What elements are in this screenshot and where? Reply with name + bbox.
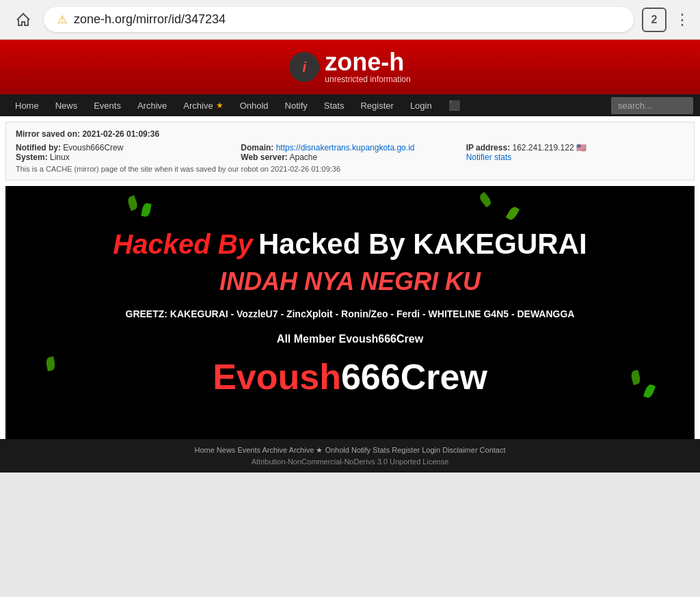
crew-name-white: 666Crew [341,357,487,397]
hacked-subtitle: INDAH NYA NEGRI KU [219,267,481,296]
footer-links: Home News Events Archive Archive ★ Onhol… [7,446,693,455]
webserver-value: Apache [289,152,317,162]
nav-login[interactable]: Login [402,95,440,116]
ip-label: IP address: [466,143,510,152]
rss-icon[interactable]: ⬛ [440,94,468,116]
webserver-label: Web server: [241,152,287,162]
nav-notify[interactable]: Notify [277,95,316,116]
hacked-content: Hacked By Hacked By KAKEGURAI INDAH NYA … [5,186,695,439]
domain-value[interactable]: https://disnakertrans.kupangkota.go.id [276,143,415,152]
logo-sub-text: unrestricted information [325,75,410,84]
nav-events[interactable]: Events [85,95,129,116]
crew-name: Evoush666Crew [213,356,487,397]
notified-label: Notified by: [16,143,61,152]
mirror-saved-line: Mirror saved on: 2021-02-26 01:09:36 [16,129,684,139]
leaf-decoration [141,202,151,217]
nav-news[interactable]: News [47,95,86,116]
nav-onhold[interactable]: Onhold [232,95,277,116]
leaf-decoration [506,205,520,221]
notified-value: Evoush666Crew [63,143,123,152]
tab-count[interactable]: 2 [642,8,667,32]
nav-archive-star[interactable]: Archive ★ [175,95,231,116]
all-member-line: All Member Evoush666Crew [277,333,423,345]
greetz-line: GREETZ: KAKEGURAI - VozzleU7 - ZincXploi… [126,308,575,319]
search-input[interactable] [611,97,693,114]
hacked-title-line: Hacked By Hacked By KAKEGURAI [113,228,587,261]
nav-home[interactable]: Home [7,95,47,116]
nav-archive[interactable]: Archive [129,95,175,116]
site-logo: i zone-h unrestricted information [289,50,410,84]
star-icon: ★ [216,101,224,110]
url-text: zone-h.org/mirror/id/347234 [74,12,226,27]
nav-stats[interactable]: Stats [316,95,353,116]
logo-main-text: zone-h [325,50,410,75]
hacked-white-text: Hacked By KAKEGURAI [258,228,587,261]
leaf-decoration [45,356,55,371]
cache-note: This is a CACHE (mirror) page of the sit… [16,165,684,173]
mirror-saved-label: Mirror saved on: [16,129,80,139]
leaf-decoration [643,384,656,399]
address-bar[interactable]: ⚠ zone-h.org/mirror/id/347234 [44,7,634,32]
system-label: System: [16,152,48,162]
info-grid: Notified by: Evoush666Crew System: Linux… [16,143,684,162]
mirror-saved-date: 2021-02-26 01:09:36 [82,129,159,139]
leaf-decoration [126,196,139,211]
site-header: i zone-h unrestricted information [0,40,700,94]
system-value: Linux [50,152,70,162]
crew-name-red: Evoush [213,357,341,397]
footer-license: Attribution-NonCommercial-NoDerivs 3.0 U… [7,457,693,466]
hacked-red-text: Hacked By [113,229,253,260]
website-wrapper: i zone-h unrestricted information Home N… [0,40,700,473]
mirror-info: Mirror saved on: 2021-02-26 01:09:36 Not… [5,122,695,181]
nav-register[interactable]: Register [352,95,401,116]
domain-label: Domain: [241,143,273,152]
site-footer: Home News Events Archive Archive ★ Onhol… [0,439,700,473]
nav-bar: Home News Events Archive Archive ★ Onhol… [0,94,700,116]
leaf-decoration [630,370,642,385]
menu-dots[interactable]: ⋮ [675,11,689,29]
home-button[interactable] [11,8,36,32]
notifier-stats-link[interactable]: Notifier stats [466,152,512,162]
ip-value: 162.241.219.122 [512,143,574,152]
browser-chrome: ⚠ zone-h.org/mirror/id/347234 2 ⋮ [0,0,700,40]
warning-icon: ⚠ [57,13,67,26]
logo-icon: i [289,52,319,82]
leaf-decoration [478,191,493,207]
